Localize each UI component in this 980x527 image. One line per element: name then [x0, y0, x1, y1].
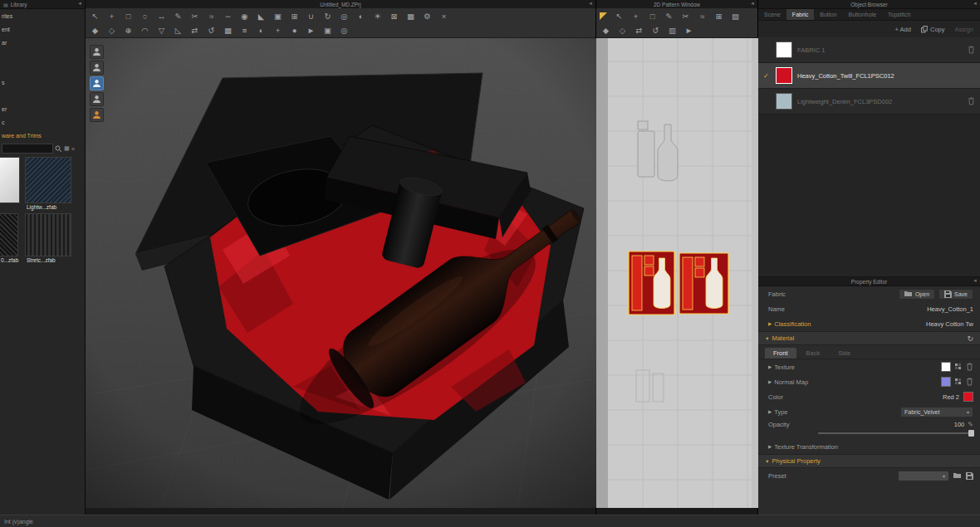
outline-2d-tool[interactable]: ◇: [616, 24, 629, 37]
curve-tool[interactable]: ◠: [139, 24, 151, 37]
grid-tool[interactable]: ⊞: [288, 10, 301, 22]
add-point-tool[interactable]: ⊕: [122, 24, 135, 37]
physical-property-section-header[interactable]: ▼ Physical Property: [758, 454, 980, 468]
avatar-pose-tool[interactable]: [90, 61, 104, 75]
fabric-thumbnail-lightweight-denim[interactable]: [25, 157, 71, 203]
pattern-piece-red-2[interactable]: [679, 253, 728, 314]
2d-pattern-canvas[interactable]: [596, 38, 758, 508]
render-tool[interactable]: ⊠: [388, 10, 400, 22]
slider-handle[interactable]: [968, 430, 974, 437]
cut-tool[interactable]: ✂: [679, 10, 692, 22]
delete-icon[interactable]: [968, 97, 975, 105]
tab-fabric[interactable]: Fabric: [786, 9, 814, 20]
target-tool[interactable]: ◎: [338, 24, 350, 37]
swap-2d-tool[interactable]: ⇄: [633, 24, 645, 37]
pin-tool[interactable]: ◉: [238, 10, 251, 22]
list-view-icon[interactable]: ≡: [71, 146, 75, 152]
scissors-tool[interactable]: ✂: [189, 10, 201, 22]
delete-icon[interactable]: [966, 363, 973, 371]
fabric-swatch[interactable]: [776, 41, 792, 58]
edit-icon[interactable]: ✎: [968, 421, 973, 428]
checker-icon[interactable]: [955, 378, 962, 385]
pattern-3d-tool[interactable]: ▣: [321, 24, 334, 37]
rotate-view-tool[interactable]: ↻: [321, 10, 334, 22]
dock-arrow-icon[interactable]: ◄: [973, 278, 978, 283]
add-tool[interactable]: +: [272, 24, 284, 37]
fabric-row[interactable]: FABRIC 1: [758, 37, 980, 63]
library-item[interactable]: c: [0, 115, 85, 129]
avatar-tool[interactable]: ◆: [89, 24, 101, 37]
library-item[interactable]: rites: [0, 9, 85, 22]
scale-tool[interactable]: ↔: [155, 10, 168, 22]
pattern-tool[interactable]: ▤: [729, 10, 742, 22]
assign-fabric-button[interactable]: Assign: [954, 26, 973, 33]
sewing-tool[interactable]: ≈: [205, 10, 218, 22]
search-icon[interactable]: [55, 145, 62, 153]
fabric-thumbnail-stretch[interactable]: [25, 213, 71, 256]
texture-2d-tool[interactable]: ▥: [666, 24, 679, 37]
fabric-thumbnail-dark[interactable]: [0, 213, 18, 256]
half-view-tool[interactable]: ◐: [255, 24, 267, 37]
layer-tool[interactable]: ≡: [238, 24, 251, 37]
2d-toggle-icon[interactable]: [600, 12, 607, 20]
thumbnail-view-icon[interactable]: ▦: [64, 145, 70, 152]
avatar-display-tool[interactable]: [90, 45, 104, 59]
pattern-piece-red-1[interactable]: [629, 251, 674, 315]
move-tool[interactable]: +: [105, 10, 118, 22]
refresh-icon[interactable]: ↻: [967, 334, 973, 343]
color-swatch[interactable]: [963, 392, 973, 402]
library-item[interactable]: s: [0, 76, 85, 89]
fabric-swatch[interactable]: [776, 67, 792, 84]
grid-2d-tool[interactable]: ⊞: [713, 10, 725, 22]
library-item[interactable]: [0, 49, 85, 62]
opacity-slider[interactable]: [818, 432, 973, 434]
particle-tool[interactable]: ●: [288, 24, 301, 37]
lasso-select-tool[interactable]: ○: [139, 10, 151, 22]
dart-tool[interactable]: ◺: [172, 24, 184, 37]
light-tool[interactable]: ☀: [371, 10, 384, 22]
play-2d-tool[interactable]: ►: [683, 24, 695, 37]
settings-tool[interactable]: ⚙: [421, 10, 434, 22]
dock-arrow-icon[interactable]: ◄: [750, 1, 755, 6]
library-item[interactable]: ar: [0, 36, 85, 49]
normal-map-swatch[interactable]: [941, 377, 951, 387]
transform-2d-tool[interactable]: +: [630, 10, 642, 22]
diamond-2d-tool[interactable]: ◆: [600, 24, 612, 37]
reset-2d-tool[interactable]: ↺: [649, 24, 662, 37]
fabric-view-tool[interactable]: ▦: [222, 24, 234, 37]
library-item[interactable]: [0, 62, 85, 76]
garment-display-tool[interactable]: [90, 76, 104, 90]
rectangle-2d-tool[interactable]: □: [646, 10, 659, 22]
floppy-icon[interactable]: [966, 472, 973, 480]
dock-arrow-icon[interactable]: ◄: [973, 1, 978, 6]
type-dropdown[interactable]: Fabric_Velvet ▾: [900, 407, 973, 417]
texture-tool[interactable]: ▦: [404, 10, 417, 22]
select-2d-tool[interactable]: ↖: [613, 10, 625, 22]
tab-back[interactable]: Back: [798, 348, 829, 359]
add-fabric-button[interactable]: + Add: [895, 26, 911, 33]
pen-2d-tool[interactable]: ✎: [663, 10, 675, 22]
pen-tool[interactable]: ✎: [172, 10, 184, 22]
undo-history-tool[interactable]: ↺: [205, 24, 218, 37]
tab-button[interactable]: Button: [814, 9, 842, 20]
3d-scene-canvas[interactable]: [86, 38, 596, 508]
arrangement-points-tool[interactable]: [90, 92, 104, 106]
dock-arrow-icon[interactable]: ◄: [77, 1, 82, 6]
flatten-tool[interactable]: ▣: [272, 10, 284, 22]
gizmo-tool[interactable]: ◇: [105, 24, 118, 37]
fabric-row[interactable]: Lightweight_Denim_FCL3PSD002: [758, 89, 980, 115]
sew-2d-tool[interactable]: ≈: [696, 10, 708, 22]
classification-row[interactable]: ▶ Classification Heavy Cotton Tw: [758, 316, 980, 331]
tab-front[interactable]: Front: [765, 348, 796, 359]
folder-icon[interactable]: [953, 472, 962, 479]
avatar-skin-tool[interactable]: [90, 108, 104, 122]
open-button[interactable]: Open: [899, 289, 935, 300]
library-item[interactable]: er: [0, 102, 85, 115]
checker-icon[interactable]: [955, 364, 962, 370]
rectangle-select-tool[interactable]: □: [122, 10, 135, 22]
camera-tool[interactable]: ◐: [355, 10, 367, 22]
tab-scene[interactable]: Scene: [758, 9, 786, 20]
tab-topstitch[interactable]: Topstitch: [882, 9, 917, 20]
mirror-tool[interactable]: ⇄: [189, 24, 201, 37]
texture-swatch[interactable]: [941, 362, 951, 372]
